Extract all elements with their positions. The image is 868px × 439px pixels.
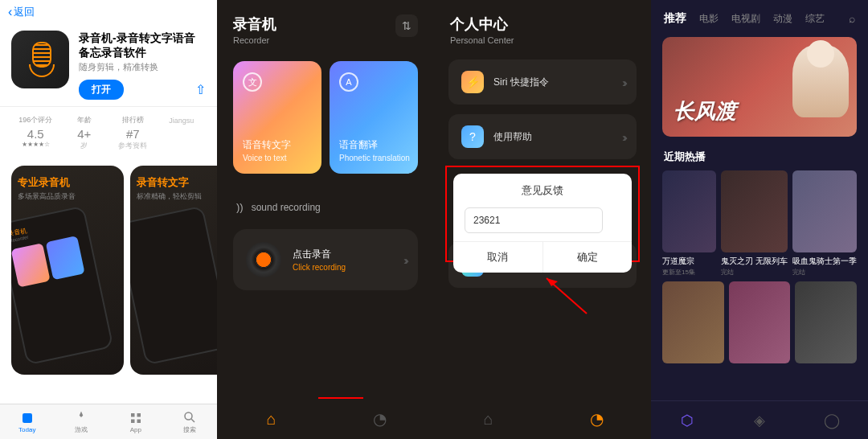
discover-icon: ◈ (754, 412, 765, 429)
app-meta: 录音机-录音转文字语音备忘录音软件 随身剪辑，精准转换 打开 ⇧ (79, 31, 206, 100)
poster-item[interactable]: 吸血鬼骑士第一季 完结 (792, 170, 857, 277)
bottom-tabbar: ⌂ ◔ (434, 399, 651, 439)
poster-image (792, 170, 857, 252)
featured-banner[interactable]: 长风渡 (662, 37, 857, 137)
home-icon: ⌂ (483, 410, 493, 429)
profile-icon: ◔ (590, 409, 604, 429)
profile-icon: ◔ (373, 409, 387, 429)
recorder-panel: 录音机 Recorder ⇅ 文 语音转文字 Voice to text A 语… (217, 0, 434, 439)
microphone-icon (26, 42, 55, 77)
poster-image (729, 281, 791, 363)
siri-icon: ⚡ (461, 71, 484, 93)
personal-header: 个人中心 Personal Center (434, 0, 651, 50)
svg-point-1 (185, 412, 192, 420)
tab-apps[interactable]: App (108, 404, 163, 439)
poster-item[interactable]: 万道魔宗 更新至15集 (662, 170, 716, 277)
app-subtitle: 随身剪辑，精准转换 (79, 61, 206, 73)
search-icon (182, 410, 197, 425)
profile-icon: ◯ (824, 412, 840, 429)
app-stats: 196个评分 4.5 ★★★★☆ 年龄 4+ 岁 排行榜 #7 参考资料 Jia… (0, 106, 217, 159)
tab-games[interactable]: 游戏 (55, 404, 109, 439)
phone-mockup (130, 206, 217, 366)
nav-profile[interactable]: ◯ (796, 401, 868, 439)
tab-search[interactable]: 搜索 (163, 404, 218, 439)
record-disc-icon (246, 242, 281, 277)
back-label: 返回 (14, 5, 35, 19)
stat-rank: 排行榜 #7 参考资料 (108, 115, 158, 151)
screenshot-previews[interactable]: 专业录音机 多场景高品质录音 录音机 Recorder 录音转文字 标准精确，轻… (0, 166, 217, 375)
text-icon: 文 (243, 72, 262, 92)
svg-rect-0 (23, 413, 32, 423)
share-icon[interactable]: ⇧ (195, 82, 206, 97)
tab-tv[interactable]: 电视剧 (731, 12, 760, 26)
bottom-tabbar: ⌂ ◔ (217, 399, 434, 439)
tab-anime[interactable]: 动漫 (773, 12, 792, 26)
tab-profile[interactable]: ◔ (542, 399, 651, 439)
help-icon: ? (461, 125, 484, 148)
page-title: 录音机 (233, 14, 276, 34)
apps-icon (129, 411, 143, 425)
page-subtitle: Recorder (233, 35, 276, 45)
stat-ratings: 196个评分 4.5 ★★★★☆ (11, 115, 60, 151)
tab-today[interactable]: Today (0, 404, 55, 439)
cancel-button[interactable]: 取消 (453, 242, 543, 273)
section-title: 近期热播 (651, 140, 868, 170)
banner-title: 长风渡 (674, 97, 736, 125)
menu-siri[interactable]: ⚡ Siri 快捷指令 ››› (448, 59, 637, 105)
nav-home[interactable]: ⬡ (651, 401, 723, 439)
poster-row-1: 万道魔宗 更新至15集 鬼灭之刃 无限列车 完结 吸血鬼骑士第一季 完结 (651, 170, 868, 277)
category-tabs: 推荐 电影 电视剧 动漫 综艺 ⌕ (651, 0, 868, 34)
open-button[interactable]: 打开 (79, 80, 124, 100)
recorder-header: 录音机 Recorder ⇅ (217, 0, 434, 50)
poster-item[interactable] (662, 281, 724, 363)
translate-icon: A (339, 72, 358, 92)
today-icon (20, 411, 35, 425)
video here roster-panel: 推荐 电影 电视剧 动漫 综艺 ⌕ 长风渡 近期热播 万道魔宗 更新至15集 鬼… (651, 0, 868, 439)
page-title: 个人中心 (450, 14, 635, 34)
card-voice-to-text[interactable]: 文 语音转文字 Voice to text (233, 61, 321, 174)
tab-home[interactable]: ⌂ (217, 399, 326, 439)
app-icon (11, 31, 69, 88)
poster-item[interactable] (729, 281, 791, 363)
stat-age: 年龄 4+ 岁 (60, 115, 109, 151)
card-translation[interactable]: A 语音翻译 Phonetic translation (330, 61, 418, 174)
sort-icon: ⇅ (402, 19, 411, 32)
poster-image (795, 281, 857, 363)
feature-cards: 文 语音转文字 Voice to text A 语音翻译 Phonetic tr… (217, 50, 434, 185)
appstore-panel: ‹ 返回 录音机-录音转文字语音备忘录音软件 随身剪辑，精准转换 打开 ⇧ 19… (0, 0, 217, 439)
page-subtitle: Personal Center (450, 35, 635, 45)
bottom-nav: ⬡ ◈ ◯ (651, 400, 868, 439)
tab-home[interactable]: ⌂ (434, 399, 542, 439)
poster-image (721, 170, 788, 252)
tab-movies[interactable]: 电影 (699, 12, 719, 26)
dialog-title: 意见反馈 (453, 174, 632, 207)
stat-developer: Jiangsu (158, 115, 207, 151)
menu-help[interactable]: ? 使用帮助 ››› (448, 114, 637, 159)
feedback-input[interactable] (465, 207, 603, 233)
tab-recommend[interactable]: 推荐 (664, 11, 686, 26)
tab-variety[interactable]: 综艺 (805, 12, 825, 26)
svg-line-2 (192, 419, 195, 422)
back-nav[interactable]: ‹ 返回 (0, 0, 217, 24)
home-icon: ⬡ (681, 412, 694, 429)
section-header: )) sound recording (217, 185, 434, 221)
banner-character (792, 45, 849, 117)
app-title: 录音机-录音转文字语音备忘录音软件 (79, 31, 206, 59)
poster-row-2 (651, 281, 868, 363)
ok-button[interactable]: 确定 (543, 242, 633, 273)
wave-icon: )) (236, 201, 244, 213)
appstore-tabbar: Today 游戏 App 搜索 (0, 404, 217, 439)
nav-discover[interactable]: ◈ (723, 401, 796, 439)
preview-2: 录音转文字 标准精确，轻松剪辑 (130, 166, 217, 375)
tab-profile[interactable]: ◔ (326, 399, 434, 439)
sort-button[interactable]: ⇅ (395, 14, 418, 37)
poster-image (662, 170, 716, 252)
home-icon: ⌂ (266, 410, 276, 429)
record-button-card[interactable]: 点击录音 Click recording ››› (233, 229, 418, 290)
poster-item[interactable] (795, 281, 857, 363)
search-button[interactable]: ⌕ (849, 12, 855, 25)
phone-mockup: 录音机 Recorder (11, 206, 114, 366)
app-header: 录音机-录音转文字语音备忘录音软件 随身剪辑，精准转换 打开 ⇧ (0, 24, 217, 106)
chevron-left-icon: ‹ (8, 5, 12, 19)
poster-item[interactable]: 鬼灭之刃 无限列车 完结 (721, 170, 788, 277)
